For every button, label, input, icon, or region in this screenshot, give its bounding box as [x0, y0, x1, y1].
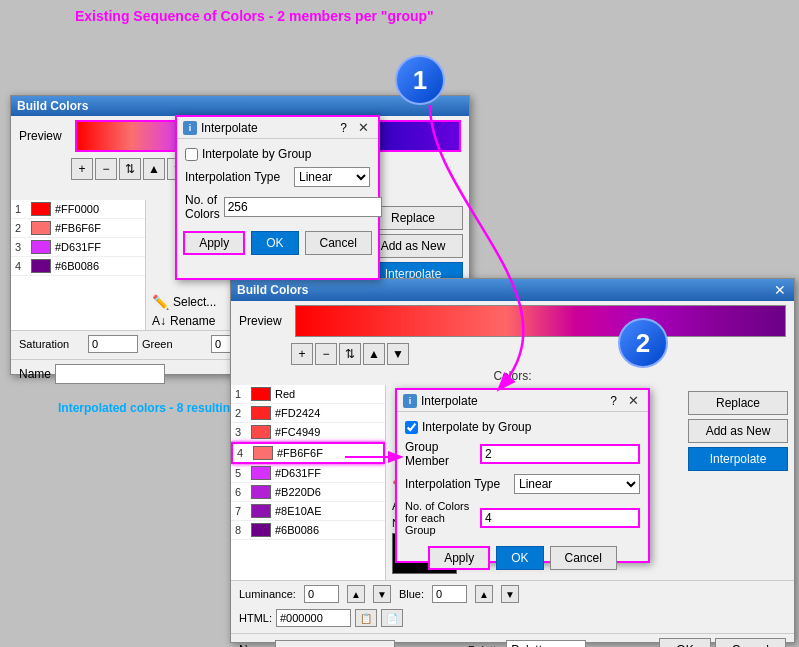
color-hex-2-3: #FC4949 — [275, 426, 320, 438]
blue-down[interactable]: ▼ — [501, 585, 519, 603]
swatch-1-2 — [31, 221, 51, 235]
num-colors-input-1[interactable]: 256 — [224, 197, 382, 217]
ok-btn-2[interactable]: OK — [659, 638, 710, 647]
toolbar-row-2: + − ⇅ ▲ ▼ — [231, 341, 794, 367]
num-colors-row-1: No. of Colors 256 — [185, 193, 370, 221]
interpolate-dialog-2: i Interpolate ? ✕ Interpolate by Group G… — [395, 388, 650, 563]
color-item-2-7[interactable]: 7 #8E10AE — [231, 502, 385, 521]
color-item-2-4[interactable]: 4 #FB6F6F — [231, 442, 385, 464]
cancel-btn-2[interactable]: Cancel — [715, 638, 786, 647]
colors-list-1: 1 #FF0000 2 #FB6F6F 3 #D631FF 4 #6B0086 — [11, 200, 146, 330]
swatch-1-3 — [31, 240, 51, 254]
interp-type-select-1[interactable]: Linear — [294, 167, 370, 187]
html-input-2[interactable] — [276, 609, 351, 627]
dialog-icon-2: i — [403, 394, 417, 408]
interpolate-btn-2[interactable]: Interpolate — [688, 447, 788, 471]
color-item-2-1[interactable]: 1 Red — [231, 385, 385, 404]
replace-btn-2[interactable]: Replace — [688, 391, 788, 415]
down-btn-2[interactable]: ▼ — [387, 343, 409, 365]
add-as-new-btn-2[interactable]: Add as New — [688, 419, 788, 443]
num-colors-input-2[interactable]: 4 — [480, 508, 640, 528]
preview-bar-2 — [295, 305, 786, 337]
add-btn-2[interactable]: + — [291, 343, 313, 365]
color-item-1-1[interactable]: 1 #FF0000 — [11, 200, 145, 219]
remove-btn-2[interactable]: − — [315, 343, 337, 365]
blue-up[interactable]: ▲ — [475, 585, 493, 603]
build-colors-titlebar-1[interactable]: Build Colors — [11, 96, 469, 116]
luminance-down[interactable]: ▼ — [373, 585, 391, 603]
color-hex-1-1: #FF0000 — [55, 203, 99, 215]
blue-input-2[interactable] — [432, 585, 467, 603]
preview-label-1: Preview — [19, 129, 69, 143]
interp-type-row-1: Interpolation Type Linear — [185, 167, 370, 187]
html-paste-btn[interactable]: 📄 — [381, 609, 403, 627]
bg-title: Existing Sequence of Colors - 2 members … — [75, 8, 434, 24]
ok-btn-interp-2[interactable]: OK — [496, 546, 543, 570]
interp-checkbox-row-1: Interpolate by Group — [185, 147, 370, 161]
remove-btn-1[interactable]: − — [95, 158, 117, 180]
saturation-input-1[interactable] — [88, 335, 138, 353]
luminance-input-2[interactable] — [304, 585, 339, 603]
build-colors-title-1: Build Colors — [17, 99, 88, 113]
color-item-1-3[interactable]: 3 #D631FF — [11, 238, 145, 257]
color-item-1-4[interactable]: 4 #6B0086 — [11, 257, 145, 276]
dialog-close-1[interactable]: ✕ — [355, 120, 372, 135]
dialog-icon-1: i — [183, 121, 197, 135]
group-member-input[interactable]: 2 — [480, 444, 640, 464]
color-hex-2-7: #8E10AE — [275, 505, 321, 517]
badge-2: 2 — [618, 318, 668, 368]
color-hex-1-4: #6B0086 — [55, 260, 99, 272]
swatch-2-6 — [251, 485, 271, 499]
color-item-2-2[interactable]: 2 #FD2424 — [231, 404, 385, 423]
cancel-btn-1[interactable]: Cancel — [305, 231, 372, 255]
color-hex-2-1: Red — [275, 388, 295, 400]
interp-body-2: Interpolate by Group Group Member 2 Inte… — [397, 412, 648, 578]
swatch-1-4 — [31, 259, 51, 273]
luminance-up[interactable]: ▲ — [347, 585, 365, 603]
interp-body-1: Interpolate by Group Interpolation Type … — [177, 139, 378, 263]
up-btn-2[interactable]: ▲ — [363, 343, 385, 365]
build-colors-titlebar-2[interactable]: Build Colors ✕ — [231, 279, 794, 301]
swatch-1-1 — [31, 202, 51, 216]
build-colors-title-2: Build Colors — [237, 283, 308, 297]
apply-btn-2[interactable]: Apply — [428, 546, 490, 570]
close-btn-2[interactable]: ✕ — [772, 282, 788, 298]
up-btn-1[interactable]: ▲ — [143, 158, 165, 180]
interp-type-select-2[interactable]: Linear — [514, 474, 640, 494]
dialog-close-2[interactable]: ✕ — [625, 393, 642, 408]
rename-label-1: Rename — [170, 314, 215, 328]
name-select-2[interactable] — [275, 640, 395, 647]
apply-btn-1[interactable]: Apply — [183, 231, 245, 255]
sort-btn-2[interactable]: ⇅ — [339, 343, 361, 365]
swatch-2-1 — [251, 387, 271, 401]
palette-select-2[interactable]: Palette — [506, 640, 586, 647]
bottom-controls-2: Luminance: ▲ ▼ Blue: ▲ ▼ HTML: 📋 📄 — [231, 580, 794, 633]
color-item-2-5[interactable]: 5 #D631FF — [231, 464, 385, 483]
dialog-help-1[interactable]: ? — [340, 121, 347, 135]
dialog-help-2[interactable]: ? — [610, 394, 617, 408]
color-hex-2-2: #FD2424 — [275, 407, 320, 419]
html-copy-btn[interactable]: 📋 — [355, 609, 377, 627]
name-input-1[interactable] — [55, 364, 165, 384]
color-item-2-6[interactable]: 6 #B220D6 — [231, 483, 385, 502]
name-label-1: Name — [19, 367, 51, 381]
ok-btn-1[interactable]: OK — [251, 231, 298, 255]
color-item-1-2[interactable]: 2 #FB6F6F — [11, 219, 145, 238]
color-hex-2-5: #D631FF — [275, 467, 321, 479]
interp-titlebar-1: i Interpolate ? ✕ — [177, 117, 378, 139]
color-item-2-8[interactable]: 8 #6B0086 — [231, 521, 385, 540]
interp-titlebar-2: i Interpolate ? ✕ — [397, 390, 648, 412]
color-hex-1-3: #D631FF — [55, 241, 101, 253]
sort-btn-1[interactable]: ⇅ — [119, 158, 141, 180]
preview-section-2: Preview — [231, 301, 794, 341]
cancel-btn-interp-2[interactable]: Cancel — [550, 546, 617, 570]
color-hex-1-2: #FB6F6F — [55, 222, 101, 234]
add-btn-1[interactable]: + — [71, 158, 93, 180]
interp-by-group-check-1[interactable] — [185, 148, 198, 161]
color-item-2-3[interactable]: 3 #FC4949 — [231, 423, 385, 442]
interp-by-group-label-2: Interpolate by Group — [422, 420, 531, 434]
interp-by-group-check-2[interactable] — [405, 421, 418, 434]
num-colors-row-2: No. of Colors for each Group 4 — [405, 500, 640, 536]
interp-title-2: Interpolate — [421, 394, 478, 408]
green-label-1: Green — [142, 338, 207, 350]
